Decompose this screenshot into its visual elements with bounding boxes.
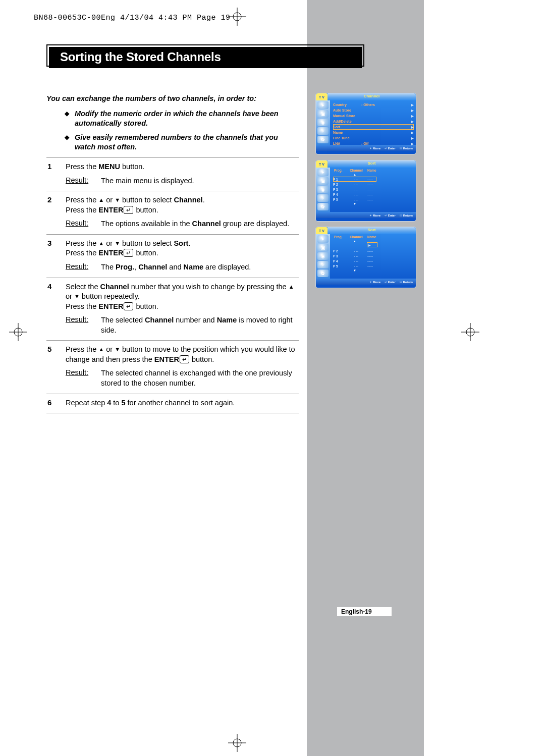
osd-sort-row: P 5- ------- — [333, 263, 376, 268]
page-number: English-19 — [337, 607, 392, 616]
step-item: 1 Press the MENU button. Result: The mai… — [46, 157, 299, 191]
osd-sort-table: Prog. Channel Name ▲ P 1- -------P 2- --… — [330, 168, 378, 212]
result-body: The main menu is displayed. — [101, 176, 299, 186]
osd-icon: ✿ — [317, 203, 329, 210]
registration-mark-icon — [228, 734, 246, 752]
osd-title: Sort — [328, 227, 416, 234]
osd-icon: ✿ — [317, 136, 329, 143]
osd-menu-row: Add/Delete▶ — [333, 119, 414, 124]
osd-sort-row: P 5- ------- — [333, 197, 376, 202]
intro-block: You can exchange the numbers of two chan… — [46, 94, 299, 156]
osd-icon: ▣ — [317, 110, 329, 118]
result-body: The options available in the Channel gro… — [101, 219, 299, 229]
osd-menu-row: Country: Others▶ — [333, 102, 414, 107]
registration-mark-icon — [9, 323, 27, 341]
result-label: Result: — [66, 219, 101, 229]
osd-screenshot-sort: T V Sort ✦ ▣ ◉ ✧ ✿ Prog. Channel Name ▲ … — [316, 160, 416, 221]
osd-sort-row: P 4- ------- — [333, 192, 376, 197]
osd-col-prog: Prog. — [333, 235, 347, 239]
osd-icon-strip: ✦ ▣ ◉ ✧ ✿ — [316, 234, 330, 279]
intro-bullet: Modify the numeric order in which the ch… — [65, 109, 299, 129]
result-label: Result: — [66, 176, 101, 186]
result-label: Result: — [66, 368, 101, 388]
step-number: 3 — [46, 239, 66, 258]
osd-col-prog: Prog. — [333, 169, 347, 172]
osd-menu-list: Country: Others▶Auto Store▶Manual Store▶… — [330, 100, 416, 145]
osd-icon: ✧ — [317, 261, 329, 268]
intro-bullet: Give easily remembered numbers to the ch… — [65, 133, 299, 152]
steps-list: 1 Press the MENU button. Result: The mai… — [46, 157, 299, 413]
registration-mark-icon — [461, 323, 479, 341]
step-body: Repeat step 4 to 5 for another channel t… — [66, 398, 299, 408]
result-label: Result: — [66, 262, 101, 273]
arrow-up-icon: ▲ — [333, 173, 376, 177]
step-number: 5 — [46, 345, 66, 364]
osd-sort-row: P 2- ------- — [333, 182, 376, 187]
osd-col-name: Name — [365, 169, 376, 172]
osd-icon: ✦ — [317, 235, 329, 243]
osd-menu-row: Name▶ — [333, 130, 414, 135]
osd-menu-row: Manual Store▶ — [333, 113, 414, 119]
osd-icon: ✧ — [317, 194, 329, 202]
osd-sort-row: P 3- ------- — [333, 253, 376, 258]
step-body: Press the ▲ or ▼ button to select Sort.P… — [66, 239, 299, 258]
step-number: 4 — [46, 282, 66, 312]
arrow-down-icon: ▼ — [333, 202, 376, 206]
step-item: 5 Press the ▲ or ▼ button to move to the… — [46, 340, 299, 393]
osd-icon: ◉ — [317, 186, 329, 193]
step-number: 1 — [46, 162, 66, 172]
registration-mark-icon — [228, 8, 246, 26]
osd-footer: ✦ Move ↵ Enter ⊟ Return — [316, 212, 416, 218]
step-body: Press the ▲ or ▼ button to select Channe… — [66, 195, 299, 215]
osd-sort-row: P 1- ------- — [333, 177, 376, 182]
step-item: 4 Select the Channel number that you wis… — [46, 278, 299, 341]
crop-header: BN68-00653C-00Eng 4/13/04 4:43 PM Page 1… — [34, 14, 231, 22]
osd-icon: ✦ — [317, 169, 329, 176]
osd-title: Sort — [328, 160, 416, 168]
osd-sort-row: P 3- ------- — [333, 187, 376, 192]
result-body: The selected Channel number and Name is … — [101, 315, 299, 335]
osd-icon-strip: ✦ ▣ ◉ ✧ ✿ — [316, 168, 330, 212]
osd-menu-row: LNA: Off▶ — [333, 141, 414, 146]
osd-screenshot-channel: T V Channel ✦ ▣ ◉ ✧ ✿ Country: Others▶Au… — [316, 93, 416, 154]
step-body: Select the Channel number that you wish … — [66, 282, 299, 312]
step-item: 3 Press the ▲ or ▼ button to select Sort… — [46, 234, 299, 278]
osd-footer: ✦ Move ↵ Enter ⊟ Return — [316, 279, 416, 285]
osd-icon: ◉ — [317, 119, 329, 126]
step-number: 2 — [46, 195, 66, 215]
osd-icon: ▣ — [317, 177, 329, 185]
osd-tab-tv: T V — [316, 93, 328, 100]
result-label: Result: — [66, 315, 101, 335]
osd-col-name: Name — [365, 235, 376, 239]
intro-lead: You can exchange the numbers of two chan… — [46, 94, 299, 104]
step-body: Press the MENU button. — [66, 162, 299, 172]
osd-icon: ✧ — [317, 127, 329, 135]
step-body: Press the ▲ or ▼ button to move to the p… — [66, 345, 299, 364]
osd-col-channel: Channel — [347, 235, 365, 239]
title-frame: Sorting the Stored Channels — [46, 44, 364, 67]
osd-title: Channel — [328, 93, 416, 100]
step-number: 6 — [46, 398, 66, 408]
osd-menu-row: Auto Store▶ — [333, 107, 414, 113]
result-body: The Prog., Channel and Name are displaye… — [101, 262, 299, 273]
osd-tab-tv: T V — [316, 227, 328, 234]
osd-icon: ◉ — [317, 252, 329, 260]
result-body: The selected channel is exchanged with t… — [101, 368, 299, 388]
osd-tab-tv: T V — [316, 160, 328, 168]
osd-icon-strip: ✦ ▣ ◉ ✧ ✿ — [316, 100, 330, 145]
osd-menu-row: Sort▶ — [333, 124, 414, 130]
osd-sort-table: Prog. Channel Name ▲ P 2- -------P 3- --… — [330, 234, 378, 279]
osd-col-channel: Channel — [347, 169, 365, 172]
osd-icon: ▣ — [317, 244, 329, 251]
osd-icon: ✦ — [317, 101, 329, 109]
step-item: 6 Repeat step 4 to 5 for another channel… — [46, 394, 299, 414]
arrow-down-icon: ▼ — [333, 268, 376, 273]
osd-icon: ✿ — [317, 269, 329, 277]
osd-menu-row: Fine Tune▶ — [333, 135, 414, 141]
osd-sort-row: P 4- ------- — [333, 258, 376, 263]
osd-sort-row: P 2- ------- — [333, 248, 376, 253]
osd-moved-item-box: ▶ - -- — [367, 242, 377, 247]
page-title: Sorting the Stored Channels — [49, 47, 362, 68]
step-item: 2 Press the ▲ or ▼ button to select Chan… — [46, 191, 299, 234]
osd-screenshot-sort-move: T V Sort ✦ ▣ ◉ ✧ ✿ Prog. Channel Name ▲ … — [316, 227, 416, 288]
